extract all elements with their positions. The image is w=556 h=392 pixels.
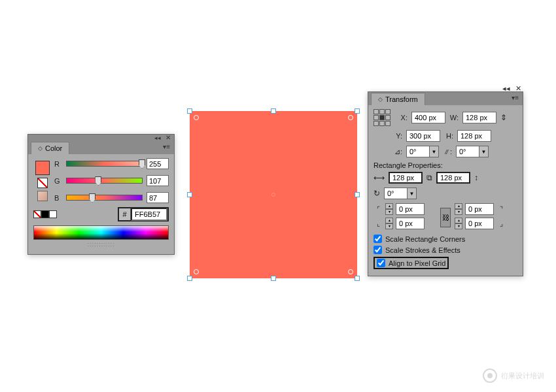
corner-br-input[interactable] xyxy=(465,218,494,229)
slider-thumb-icon[interactable] xyxy=(95,176,101,186)
panel-tabs: ◇ Transform ▾≡ xyxy=(368,92,523,105)
corner-radius-handle-icon[interactable] xyxy=(348,115,353,120)
hex-prefix-label: # xyxy=(119,208,131,220)
scale-rectangle-corners-checkbox[interactable]: Scale Rectangle Corners xyxy=(374,235,517,243)
chevron-down-icon[interactable]: ▼ xyxy=(408,188,417,199)
channel-r-input[interactable] xyxy=(147,158,169,169)
stepper[interactable]: ▴▾ xyxy=(385,203,393,215)
channel-g-slider[interactable] xyxy=(66,178,143,184)
cube-3d-swatch-icon[interactable] xyxy=(37,191,48,201)
panel-titlebar[interactable]: ◂◂ ✕ xyxy=(28,135,174,141)
stepper[interactable]: ▴▾ xyxy=(455,218,462,229)
corner-bl-icon: ⌞ xyxy=(374,219,383,228)
channel-b-label: B xyxy=(54,194,62,202)
x-input[interactable] xyxy=(411,112,445,123)
h-input[interactable] xyxy=(457,130,491,142)
watermark-logo-icon xyxy=(483,368,497,383)
slider-thumb-icon[interactable] xyxy=(139,159,145,169)
corner-radius-handle-icon[interactable] xyxy=(194,269,199,274)
tab-label: Color xyxy=(45,144,62,152)
none-black-white-swatch[interactable] xyxy=(33,210,57,218)
tab-label: Transform xyxy=(385,95,418,103)
rotate-dropdown[interactable]: ▼ xyxy=(406,146,439,157)
panel-tabs: ◇ Color ▾≡ xyxy=(28,141,174,154)
selection-handle[interactable] xyxy=(187,192,192,197)
hex-input[interactable] xyxy=(131,208,167,221)
slider-thumb-icon[interactable] xyxy=(89,193,96,203)
panel-menu-icon[interactable]: ▾≡ xyxy=(163,143,170,150)
panel-resize-grip-icon[interactable]: :::::::::::: xyxy=(33,240,169,248)
selection-handle[interactable] xyxy=(271,276,276,281)
panel-close-icon[interactable]: ✕ xyxy=(165,134,171,141)
tab-expand-icon: ◇ xyxy=(38,145,43,152)
chevron-down-icon[interactable]: ▼ xyxy=(430,146,439,157)
height-icon: ↕ xyxy=(474,173,478,182)
y-input[interactable] xyxy=(406,130,440,142)
shear-dropdown[interactable]: ▼ xyxy=(456,146,489,157)
transform-panel: ◂◂ ✕ ◇ Transform ▾≡ X: W: ⇕ Y: H: ⊿: xyxy=(368,91,523,276)
constrain-proportions-icon[interactable]: ⇕ xyxy=(500,113,507,122)
align-to-pixel-grid-checkbox[interactable]: Align to Pixel Grid xyxy=(374,257,449,269)
scale-strokes-effects-checkbox[interactable]: Scale Strokes & Effects xyxy=(374,246,517,254)
color-spectrum[interactable] xyxy=(33,225,169,240)
tab-transform[interactable]: ◇ Transform xyxy=(371,93,425,105)
selection-handle[interactable] xyxy=(355,192,360,197)
corner-bl-input[interactable] xyxy=(396,218,425,229)
y-label: Y: xyxy=(393,132,402,140)
rotate-label: ⊿: xyxy=(393,148,402,156)
corner-br-icon: ⌟ xyxy=(496,219,506,228)
width-icon: ⟷ xyxy=(374,173,385,182)
corner-tr-icon: ⌝ xyxy=(496,204,506,214)
selection-handle[interactable] xyxy=(355,276,360,281)
rect-height-input[interactable] xyxy=(436,172,470,184)
color-panel: ◂◂ ✕ ◇ Color ▾≡ R G xyxy=(27,134,175,255)
selection-handle[interactable] xyxy=(355,108,360,114)
stepper[interactable]: ▴▾ xyxy=(385,218,393,229)
watermark: 衍果设计培训 xyxy=(483,368,544,383)
chevron-down-icon[interactable]: ▼ xyxy=(479,146,489,157)
selection-handle[interactable] xyxy=(187,276,192,281)
link-corners-button[interactable]: ⛓ xyxy=(440,208,451,227)
corner-radius-handle-icon[interactable] xyxy=(194,115,199,120)
reference-point-grid[interactable] xyxy=(374,109,391,126)
corner-tl-input[interactable] xyxy=(396,203,425,215)
selection-handle[interactable] xyxy=(187,108,192,114)
corner-tr-input[interactable] xyxy=(465,203,494,215)
tab-color[interactable]: ◇ Color xyxy=(31,142,69,154)
channel-g-label: G xyxy=(54,177,62,185)
channel-g-input[interactable] xyxy=(147,175,169,186)
corner-angle-dropdown[interactable]: ▼ xyxy=(384,188,417,199)
w-input[interactable] xyxy=(462,112,496,123)
channel-r-slider[interactable] xyxy=(66,161,143,167)
panel-menu-icon[interactable]: ▾≡ xyxy=(512,94,519,101)
x-label: X: xyxy=(398,114,408,122)
rect-width-input[interactable] xyxy=(389,172,423,184)
no-color-swatch[interactable] xyxy=(37,178,48,188)
canvas-selected-rectangle[interactable] xyxy=(190,111,357,278)
rectangle-properties-label: Rectangle Properties: xyxy=(374,161,517,169)
rotate-icon: ↻ xyxy=(374,189,380,198)
stepper[interactable]: ▴▾ xyxy=(455,203,462,215)
channel-b-slider[interactable] xyxy=(66,195,143,201)
w-label: W: xyxy=(449,114,459,122)
channel-b-input[interactable] xyxy=(147,192,169,203)
link-wh-icon[interactable]: ⧉ xyxy=(426,173,432,182)
shear-label: ⫽: xyxy=(443,148,452,155)
corner-radius-handle-icon[interactable] xyxy=(348,269,353,274)
fill-color-swatch[interactable] xyxy=(35,161,50,175)
selection-handle[interactable] xyxy=(271,108,276,114)
watermark-text: 衍果设计培训 xyxy=(501,371,544,381)
tab-expand-icon: ◇ xyxy=(378,96,383,103)
corner-tl-icon: ⌜ xyxy=(374,204,383,214)
channel-r-label: R xyxy=(54,160,62,168)
selection-center-icon xyxy=(271,193,275,197)
panel-collapse-icon[interactable]: ◂◂ xyxy=(154,135,161,141)
h-label: H: xyxy=(444,132,453,140)
